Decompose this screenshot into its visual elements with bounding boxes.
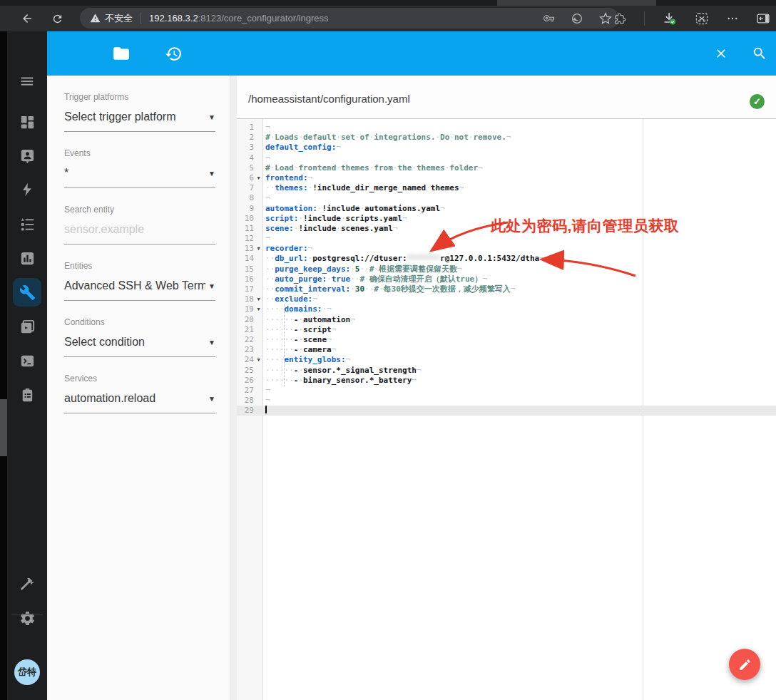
field-label: Events <box>64 148 215 161</box>
ha-sidebar: 岱特 <box>7 31 47 700</box>
browser-tab[interactable] <box>497 0 656 6</box>
lightning-icon[interactable] <box>7 175 47 204</box>
fold-arrow-icon[interactable]: ▼ <box>254 304 263 314</box>
list-icon[interactable] <box>7 210 47 238</box>
dashboard-icon[interactable] <box>7 108 47 136</box>
code-line[interactable]: 18▼··exclude:¬ <box>237 294 776 304</box>
code-line[interactable]: 6▼frontend:¬ <box>237 173 776 183</box>
panel-scrollbar[interactable] <box>230 76 237 700</box>
key-icon[interactable] <box>543 12 555 24</box>
dropdown-caret-icon[interactable]: ▼ <box>208 339 215 346</box>
back-icon[interactable] <box>17 6 37 31</box>
warning-icon <box>90 13 101 24</box>
code-line[interactable]: 27¬ <box>237 386 776 396</box>
panel-select-field[interactable]: Servicesautomation.reload▼ <box>64 374 215 430</box>
clipboard-list-icon[interactable] <box>7 381 47 409</box>
download-icon[interactable] <box>662 11 678 26</box>
code-line[interactable]: 8¬ <box>237 193 776 203</box>
wrench-icon[interactable] <box>13 278 41 307</box>
field-value[interactable]: sensor.example <box>64 223 215 236</box>
code-line[interactable]: 11scene:·!include·scenes.yaml¬ <box>237 224 776 234</box>
history-icon[interactable] <box>159 31 188 76</box>
close-icon[interactable] <box>707 31 735 76</box>
menu-icon[interactable] <box>7 67 47 96</box>
star-icon[interactable] <box>599 12 612 25</box>
account-badge-icon[interactable] <box>7 141 47 170</box>
panel-select-field[interactable]: Events*▼ <box>64 148 215 205</box>
fold-arrow-icon[interactable]: ▼ <box>254 355 263 365</box>
dropdown-caret-icon[interactable]: ▼ <box>208 113 215 121</box>
dropdown-caret-icon[interactable]: ▼ <box>208 395 215 403</box>
code-editor[interactable]: 1¬2#·Loads·default·set·of·integrations.·… <box>237 119 776 700</box>
search-icon[interactable] <box>745 31 774 76</box>
code-line[interactable]: 21······-·script¬ <box>237 325 776 335</box>
pencil-icon <box>738 658 752 671</box>
url-text[interactable]: 192.168.3.2:8123/core_configurator/ingre… <box>149 13 329 24</box>
panel-select-field[interactable]: Trigger platformsSelect trigger platform… <box>64 92 215 148</box>
avatar-label: 岱特 <box>18 666 36 679</box>
dropdown-caret-icon[interactable]: ▼ <box>208 282 215 290</box>
panel-select-field[interactable]: EntitiesAdvanced SSH & Web Termin...▼ <box>64 261 215 317</box>
dropdown-caret-icon[interactable]: ▼ <box>208 170 215 177</box>
field-value[interactable]: Advanced SSH & Web Termin... <box>64 279 205 292</box>
code-line[interactable]: 17··commit_interval:·30··#·每30秒提交一次数据，减少… <box>237 284 776 294</box>
field-value[interactable]: Select condition <box>64 336 205 349</box>
media-box-icon[interactable] <box>7 312 47 341</box>
code-line[interactable]: 24▼····entity_globs:¬ <box>237 355 776 365</box>
code-line[interactable]: 12¬ <box>237 234 776 244</box>
field-value[interactable]: automation.reload <box>64 392 205 405</box>
code-line[interactable]: 2#·Loads·default·set·of·integrations.·Do… <box>237 133 776 143</box>
code-line[interactable]: 4¬ <box>237 153 776 163</box>
extensions-icon[interactable] <box>613 12 627 26</box>
field-label: Entities <box>64 261 215 274</box>
folder-icon[interactable] <box>107 31 136 76</box>
configurator-toolbar <box>47 31 776 76</box>
code-line[interactable]: 23······-·camera¬ <box>237 345 776 355</box>
editor-header: /homeassistant/configuration.yaml ✓ <box>237 76 776 119</box>
fold-arrow-icon[interactable]: ▼ <box>254 294 263 304</box>
terminal-icon[interactable] <box>7 346 47 375</box>
side-panel-icon[interactable] <box>756 11 770 26</box>
screen: 不安全 192.168.3.2:8123/core_configurator/i… <box>0 0 776 700</box>
hammer-icon[interactable] <box>7 570 47 598</box>
code-line[interactable]: 22······-·scene¬ <box>237 335 776 345</box>
code-line[interactable]: 3default_config:¬ <box>237 143 776 153</box>
address-bar[interactable]: 不安全 192.168.3.2:8123/core_configurator/i… <box>80 8 619 29</box>
code-line[interactable]: 25······-·sensor.*_signal_strength¬ <box>237 366 776 376</box>
file-path: /homeassistant/configuration.yaml <box>248 93 410 105</box>
web-capture-icon[interactable] <box>695 11 709 26</box>
field-value[interactable]: * <box>64 167 205 180</box>
refresh-icon[interactable] <box>47 6 67 31</box>
fold-arrow-icon[interactable]: ▼ <box>254 173 263 183</box>
code-line[interactable]: 19▼····domains:·¬ <box>237 304 776 314</box>
toolbar-divider <box>644 11 645 26</box>
panel-input-field[interactable]: Search entitysensor.example <box>64 205 215 261</box>
more-menu-icon[interactable] <box>726 12 739 25</box>
panel-select-field[interactable]: ConditionsSelect condition▼ <box>64 317 215 374</box>
code-line[interactable]: 15··purge_keep_days:·5··#·根据需要调整保留天数¬ <box>237 264 776 274</box>
code-line[interactable]: 10script:·!include·scripts.yaml¬ <box>237 214 776 224</box>
fold-arrow-icon[interactable]: ▼ <box>254 244 263 254</box>
edit-fab[interactable] <box>729 649 760 680</box>
gear-icon[interactable] <box>7 604 47 632</box>
field-label: Services <box>64 374 215 386</box>
code-line[interactable]: 26······-·binary_sensor.*_battery¬ <box>237 376 776 386</box>
field-underline <box>64 187 215 188</box>
code-line[interactable]: 9automation:·!include·automations.yaml¬ <box>237 204 776 214</box>
code-line[interactable]: 16··auto_purge:·true··#·确保自动清理开启（默认true）… <box>237 274 776 284</box>
code-line[interactable]: 1¬ <box>237 123 776 133</box>
avatar[interactable]: 岱特 <box>14 659 40 685</box>
code-line[interactable]: 13▼recorder:¬ <box>237 244 776 254</box>
code-line[interactable]: 5#·Load·frontend·themes·from·the·themes·… <box>237 163 776 173</box>
code-line[interactable]: 20······-·automation¬ <box>237 315 776 325</box>
address-divider <box>141 13 141 24</box>
edge-swirl-icon[interactable] <box>571 12 583 25</box>
code-line[interactable]: 28¬ <box>237 396 776 406</box>
field-value[interactable]: Select trigger platform <box>64 110 205 123</box>
code-line[interactable]: 7··themes:·!include_dir_merge_named·them… <box>237 183 776 193</box>
code-lines: 1¬2#·Loads·default·set·of·integrations.·… <box>237 123 776 416</box>
field-underline <box>64 413 215 413</box>
code-line[interactable]: 14··db_url:·postgresql://dtuser:*******r… <box>237 254 776 264</box>
chart-box-icon[interactable] <box>7 244 47 272</box>
code-line[interactable]: 29 <box>237 406 776 416</box>
